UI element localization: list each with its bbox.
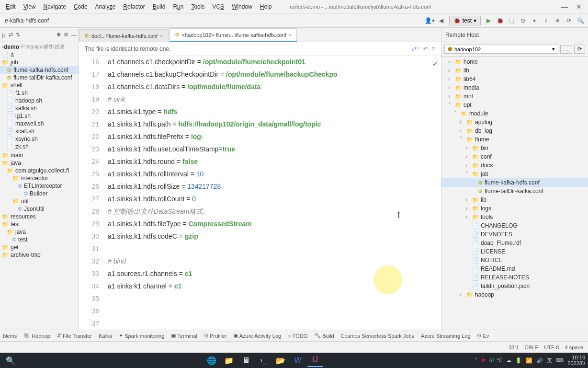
- tree-item[interactable]: JsonUtil: [0, 205, 79, 213]
- tree-item[interactable]: job: [0, 58, 79, 66]
- tree-item[interactable]: xsync.sh: [0, 135, 79, 143]
- refresh-button[interactable]: ⟳: [574, 45, 585, 54]
- remote-tree-item[interactable]: ˅ opt: [441, 101, 588, 109]
- ime-indicator[interactable]: 英: [547, 357, 552, 364]
- menu-tools[interactable]: Tools: [187, 1, 208, 12]
- remote-tree-item[interactable]: taildir_position.json: [441, 282, 588, 290]
- line-separator[interactable]: CRLF: [525, 345, 539, 350]
- menu-help[interactable]: Help: [256, 1, 276, 12]
- remote-tree-item[interactable]: › hadoop: [441, 290, 588, 299]
- menu-analyze[interactable]: Analyze: [91, 1, 120, 12]
- tree-item[interactable]: f1.sh: [0, 89, 79, 97]
- tree-item[interactable]: shell: [0, 81, 79, 89]
- tree-item[interactable]: a: [0, 51, 79, 58]
- remote-tree-item[interactable]: DEVNOTES: [441, 230, 588, 239]
- tool-build[interactable]: 🔨 Build: [314, 333, 334, 339]
- code-editor[interactable]: 1617181920212223242526272829303132333435…: [79, 56, 441, 330]
- tab-remote-conf[interactable]: ⚙<hadoop102> flume\...\flume-kafka-hdfs.…: [170, 28, 297, 42]
- close-window-button[interactable]: ✕: [572, 3, 586, 11]
- minimize-button[interactable]: —: [557, 3, 572, 11]
- folder-icon[interactable]: 📂: [273, 354, 288, 367]
- project-root[interactable]: -demo F:\atguigu\课件\授课: [0, 43, 79, 51]
- clock[interactable]: 10:162022/8/: [567, 355, 585, 366]
- tree-item[interactable]: test: [0, 236, 79, 243]
- remote-tree-item[interactable]: › mnt: [441, 92, 588, 101]
- expand-all-icon[interactable]: ⇄: [9, 32, 13, 38]
- remote-tree-item[interactable]: › media: [441, 83, 588, 92]
- word-icon[interactable]: W: [290, 354, 305, 367]
- wifi-icon[interactable]: 📶: [526, 357, 532, 364]
- tree-item[interactable]: maxwell.sh: [0, 120, 79, 127]
- menu-navigate[interactable]: Navigate: [40, 1, 70, 12]
- remote-tree-item[interactable]: › lib64: [441, 75, 588, 83]
- tree-item[interactable]: resources: [0, 213, 79, 220]
- remote-tree-item[interactable]: RELEASE-NOTES: [441, 273, 588, 282]
- system-tray[interactable]: ˄ ✱ 61 ℃ ☁ 🔋 📶 🔊 英 ⌨ 10:162022/8/: [475, 355, 585, 366]
- host-selector[interactable]: ⬢hadoop102▾: [444, 45, 558, 54]
- coverage-button[interactable]: ⬚: [506, 15, 517, 26]
- tree-item[interactable]: lg1.sh: [0, 112, 79, 120]
- tool-todo[interactable]: ≡ TODO: [288, 333, 307, 339]
- tab-doc-conf[interactable]: ⚙doc\...\flume-kafka-hdfs.conf×: [79, 29, 169, 42]
- tool-hadoop[interactable]: 🐘 Hadoop: [23, 333, 50, 339]
- tool-ev[interactable]: ⊙ Ev: [477, 333, 489, 339]
- remote-tree-item[interactable]: LICENSE: [441, 247, 588, 256]
- edge-icon[interactable]: 🌐: [204, 354, 219, 367]
- remote-tree-item[interactable]: › logs: [441, 204, 588, 213]
- remote-tree-item[interactable]: flume-tailDir-kafka.conf: [441, 187, 588, 196]
- fan-icon[interactable]: ✱: [481, 357, 486, 364]
- terminal-icon[interactable]: ›_: [256, 354, 271, 367]
- battery-icon[interactable]: 🔋: [515, 357, 522, 364]
- tool-azure-stream[interactable]: Azure Streaming Log: [421, 333, 470, 339]
- attach-button[interactable]: ⫴: [541, 15, 551, 26]
- onedrive-icon[interactable]: ☁: [506, 357, 511, 364]
- remote-tree-item[interactable]: › db_log: [441, 126, 588, 135]
- user-icon[interactable]: 👤▾: [425, 15, 435, 26]
- vmware-icon[interactable]: 🖥: [238, 354, 254, 367]
- file-encoding[interactable]: UTF-8: [544, 345, 559, 350]
- settings-icon[interactable]: ✱: [57, 32, 61, 38]
- remote-tree-item[interactable]: CHANGELOG: [441, 221, 588, 230]
- menu-code[interactable]: Code: [70, 1, 91, 12]
- code-content[interactable]: a1.channels.c1.checkpointDir = /opt/modu…: [108, 56, 441, 330]
- scroll-from-source-icon[interactable]: j↓: [2, 32, 6, 38]
- remote-file-tree[interactable]: › home› lib› lib64› media› mnt˅ opt˅ mod…: [441, 57, 588, 330]
- more-run-button[interactable]: ▾: [529, 15, 540, 26]
- tree-item[interactable]: ETLInterceptor: [0, 182, 79, 190]
- search-everywhere-button[interactable]: 🔍: [575, 15, 586, 26]
- revert-icon[interactable]: ↶: [423, 46, 428, 52]
- tree-item[interactable]: flume-kafka-hdfs.conf: [0, 66, 79, 74]
- hide-panel-icon[interactable]: —: [71, 32, 77, 38]
- tool-problems[interactable]: blems: [3, 333, 17, 339]
- remote-tree-item[interactable]: NOTICE: [441, 256, 588, 264]
- collapse-all-icon[interactable]: ⇅: [16, 32, 20, 38]
- chevron-up-icon[interactable]: ˄: [475, 357, 477, 364]
- remote-tree-item[interactable]: › home: [441, 58, 588, 66]
- remote-tree-item[interactable]: › docs: [441, 161, 588, 170]
- tree-item[interactable]: test: [0, 220, 79, 228]
- tool-azure-log[interactable]: ▣ Azure Activity Log: [233, 333, 281, 339]
- tree-item[interactable]: kafka.sh: [0, 104, 79, 112]
- tool-cosmos[interactable]: Cosmos Serverless Spark Jobs: [341, 333, 414, 339]
- search-icon[interactable]: 🔍: [3, 354, 18, 367]
- tree-item[interactable]: get: [0, 243, 79, 251]
- tree-item[interactable]: zk.sh: [0, 143, 79, 150]
- menu-vcs[interactable]: VCS: [208, 1, 228, 12]
- remote-tree-item[interactable]: flume-kafka-hdfs.conf: [441, 178, 588, 187]
- back-button[interactable]: ◀: [436, 15, 447, 26]
- menu-refactor[interactable]: Refactor: [119, 1, 148, 12]
- tool-terminal[interactable]: ▣ Terminal: [171, 333, 197, 339]
- tree-item[interactable]: com.atguigu.collect.fl: [0, 167, 79, 174]
- remote-tree-item[interactable]: ˅ module: [441, 109, 588, 118]
- keyboard-icon[interactable]: ⌨: [556, 357, 564, 364]
- remote-tree-item[interactable]: › conf: [441, 152, 588, 161]
- tool-kafka[interactable]: Kafka: [99, 333, 112, 339]
- volume-icon[interactable]: 🔊: [536, 357, 543, 364]
- debug-button[interactable]: 🐞: [495, 15, 505, 26]
- profile-button[interactable]: ⊙: [518, 15, 528, 26]
- tree-item[interactable]: flume-tailDir-kafka.conf: [0, 74, 79, 81]
- remote-tree-item[interactable]: ˅ job: [441, 170, 588, 178]
- remote-tree-item[interactable]: › applog: [441, 118, 588, 126]
- inspection-ok-icon[interactable]: ✔: [432, 58, 438, 70]
- tool-file-transfer[interactable]: ⇵ File Transfer: [57, 333, 92, 339]
